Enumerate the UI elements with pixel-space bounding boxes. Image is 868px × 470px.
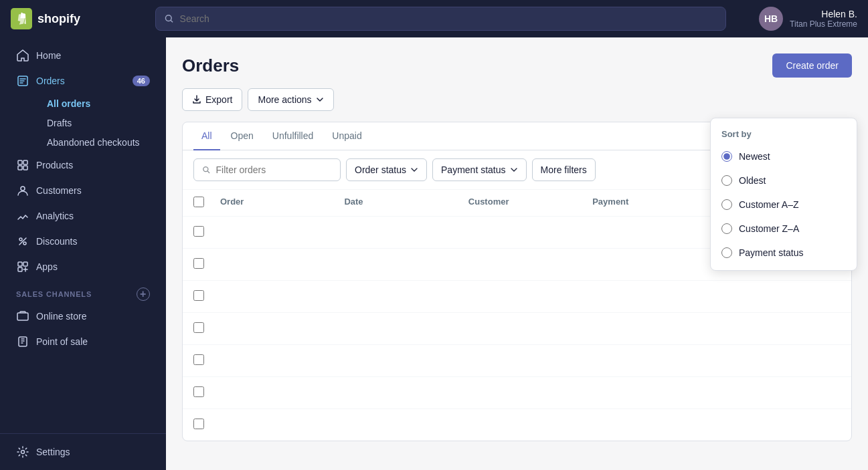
sort-radio-customer-za[interactable] (721, 223, 732, 234)
search-icon (164, 13, 175, 24)
table-row (183, 377, 851, 409)
svg-rect-3 (18, 160, 22, 164)
sidebar-item-settings-label: Settings (36, 447, 70, 457)
table-header-checkbox[interactable] (193, 197, 220, 209)
svg-rect-11 (23, 262, 27, 266)
table-row (183, 281, 851, 313)
sidebar-bottom: Settings (0, 433, 166, 465)
payment-status-filter[interactable]: Payment status (432, 158, 527, 181)
sidebar-item-discounts[interactable]: Discounts (5, 229, 161, 253)
sidebar-item-settings[interactable]: Settings (5, 440, 161, 464)
sort-radio-customer-az[interactable] (721, 199, 732, 210)
more-actions-button[interactable]: More actions (248, 88, 333, 111)
sales-channels-label: SALES CHANNELS + (0, 279, 166, 304)
svg-point-17 (203, 167, 208, 172)
sidebar-item-online-store-label: Online store (36, 311, 86, 322)
sort-radio-newest[interactable] (721, 151, 732, 162)
logo-area: shopify (11, 8, 145, 29)
settings-icon (16, 445, 29, 459)
sidebar-item-apps-label: Apps (36, 261, 58, 272)
sidebar-item-online-store[interactable]: Online store (5, 304, 161, 328)
user-area: HB Helen B. Titan Plus Extreme (737, 7, 857, 31)
svg-rect-12 (18, 267, 22, 271)
sort-option-newest[interactable]: Newest (711, 144, 857, 168)
point-of-sale-icon (16, 335, 29, 348)
sidebar-item-all-orders[interactable]: All orders (36, 94, 161, 113)
main-layout: Home Orders 46 All orders Drafts Abandon… (0, 37, 868, 470)
filter-search-icon (202, 165, 211, 174)
sidebar-item-orders[interactable]: Orders 46 (5, 69, 161, 93)
add-sales-channel-button[interactable]: + (137, 287, 150, 301)
table-col-date: Date (344, 197, 468, 209)
sidebar-item-orders-label: Orders (36, 76, 65, 86)
svg-point-9 (23, 242, 26, 245)
svg-rect-4 (23, 160, 27, 164)
tab-unfulfilled[interactable]: Unfulfilled (264, 122, 321, 150)
user-store: Titan Plus Extreme (790, 19, 857, 29)
more-filters-button[interactable]: More filters (532, 158, 596, 181)
analytics-icon (16, 209, 29, 223)
table-row (183, 345, 851, 377)
sidebar-item-customers-label: Customers (36, 185, 82, 196)
action-bar: Export More actions (182, 88, 852, 111)
svg-point-15 (21, 451, 25, 454)
order-status-chevron-icon (410, 166, 418, 174)
export-icon (192, 95, 201, 104)
sort-option-customer-za[interactable]: Customer Z–A (711, 217, 857, 241)
discounts-icon (16, 235, 29, 248)
sort-option-newest-label: Newest (739, 151, 770, 162)
sidebar-item-apps[interactable]: Apps (5, 255, 161, 279)
user-name: Helen B. (790, 9, 857, 19)
products-icon (16, 158, 29, 172)
sidebar-item-customers[interactable]: Customers (5, 179, 161, 203)
sort-option-payment-status-label: Payment status (739, 247, 804, 258)
page-header: Orders Create order (182, 53, 852, 78)
filter-orders-input-wrap[interactable] (193, 158, 341, 181)
svg-rect-13 (17, 313, 28, 320)
filter-orders-input[interactable] (216, 164, 332, 175)
sort-radio-oldest[interactable] (721, 175, 732, 186)
avatar: HB (759, 7, 783, 31)
sidebar-item-analytics-label: Analytics (36, 211, 74, 221)
sidebar-item-point-of-sale[interactable]: Point of sale (5, 330, 161, 354)
table-row (183, 409, 851, 441)
page-title: Orders (182, 55, 239, 76)
order-status-filter[interactable]: Order status (346, 158, 427, 181)
sort-option-payment-status[interactable]: Payment status (711, 241, 857, 265)
svg-point-7 (21, 187, 25, 191)
logo-text: shopify (37, 12, 80, 26)
sort-option-customer-az-label: Customer A–Z (739, 199, 798, 210)
sidebar-item-discounts-label: Discounts (36, 236, 77, 247)
export-button[interactable]: Export (182, 88, 242, 111)
sort-dropdown: Sort by Newest Oldest Customer A–Z Custo… (710, 118, 857, 271)
sort-radio-payment-status[interactable] (721, 247, 732, 258)
sidebar: Home Orders 46 All orders Drafts Abandon… (0, 37, 166, 470)
tab-all[interactable]: All (193, 122, 220, 150)
sidebar-item-home[interactable]: Home (5, 43, 161, 68)
svg-rect-6 (23, 166, 27, 170)
tab-unpaid[interactable]: Unpaid (324, 122, 369, 150)
svg-point-8 (19, 238, 22, 241)
sort-dropdown-title: Sort by (711, 124, 857, 144)
chevron-down-icon (316, 96, 324, 104)
svg-rect-5 (18, 166, 22, 170)
online-store-icon (16, 310, 29, 323)
sidebar-item-abandoned-checkouts[interactable]: Abandoned checkouts (36, 133, 161, 152)
sidebar-item-home-label: Home (36, 50, 61, 61)
tab-open[interactable]: Open (223, 122, 262, 150)
orders-badge: 46 (133, 76, 150, 86)
table-col-order: Order (220, 197, 344, 209)
search-bar[interactable] (155, 7, 726, 31)
sort-option-customer-za-label: Customer Z–A (739, 223, 799, 234)
payment-status-chevron-icon (510, 166, 518, 174)
sort-option-customer-az[interactable]: Customer A–Z (711, 193, 857, 217)
search-input[interactable] (180, 13, 717, 24)
create-order-button[interactable]: Create order (772, 53, 852, 78)
sort-option-oldest[interactable]: Oldest (711, 168, 857, 193)
svg-rect-14 (19, 337, 27, 346)
orders-icon (16, 74, 29, 88)
sort-option-oldest-label: Oldest (739, 175, 766, 186)
sidebar-item-analytics[interactable]: Analytics (5, 204, 161, 228)
sidebar-item-products[interactable]: Products (5, 153, 161, 177)
sidebar-item-drafts[interactable]: Drafts (36, 114, 161, 132)
